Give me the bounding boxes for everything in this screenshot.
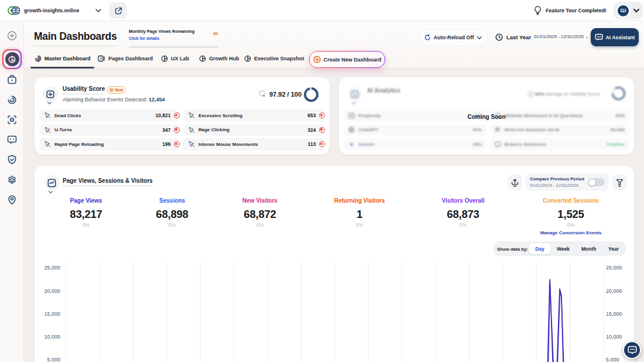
svg-text:5,000: 5,000 xyxy=(606,357,619,362)
svg-text:20,000: 20,000 xyxy=(606,288,622,294)
svg-text:5,000: 5,000 xyxy=(47,357,60,362)
svg-text:15,000: 15,000 xyxy=(44,311,60,317)
svg-text:10,000: 10,000 xyxy=(44,334,60,340)
svg-text:15,000: 15,000 xyxy=(606,311,622,317)
svg-text:20,000: 20,000 xyxy=(44,288,60,294)
svg-text:25,000: 25,000 xyxy=(44,265,60,271)
svg-text:10,000: 10,000 xyxy=(606,334,622,340)
svg-text:25,000: 25,000 xyxy=(606,265,622,271)
